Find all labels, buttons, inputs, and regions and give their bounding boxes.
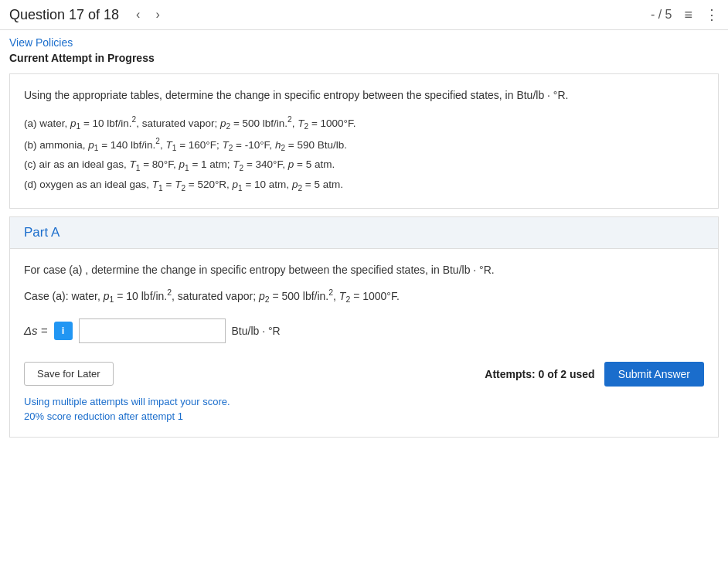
case-a-text: Case (a): water, p1 = 10 lbf/in.2, satur… [24,288,704,304]
delta-s-label: Δs = [24,324,48,337]
view-policies-link[interactable]: View Policies [9,36,73,49]
question-part-d: (d) oxygen as an ideal gas, T1 = T2 = 52… [24,175,704,196]
warning-line1: Using multiple attempts will impact your… [24,396,230,407]
score-display: - / 5 [651,8,672,22]
next-arrow[interactable]: › [151,6,164,23]
current-attempt-label: Current Attempt in Progress [9,52,155,64]
header-right: - / 5 ≡ ⋮ [651,6,719,23]
answer-row: Δs = i Btu/lb · °R [24,318,704,343]
footer-row: Save for Later Attempts: 0 of 2 used Sub… [24,362,704,387]
question-parts: (a) water, p1 = 10 lbf/in.2, saturated v… [24,113,704,196]
submit-answer-button[interactable]: Submit Answer [604,362,704,387]
warning-text: Using multiple attempts will impact your… [24,394,704,424]
sub-header: View Policies Current Attempt in Progres… [0,30,728,67]
question-part-b: (b) ammonia, p1 = 140 lbf/in.2, T1 = 160… [24,135,704,155]
part-a-header: Part A [9,216,719,248]
part-a-description: For case (a) , determine the change in s… [24,261,704,278]
info-button[interactable]: i [54,322,73,340]
question-title: Question 17 of 18 [9,7,119,23]
question-part-c: (c) air as an ideal gas, T1 = 80°F, p1 =… [24,155,704,175]
save-later-button[interactable]: Save for Later [24,362,114,386]
more-icon[interactable]: ⋮ [705,6,719,23]
right-footer: Attempts: 0 of 2 used Submit Answer [485,362,704,387]
question-part-a: (a) water, p1 = 10 lbf/in.2, saturated v… [24,113,704,134]
part-a-title: Part A [24,225,60,240]
answer-input[interactable] [79,318,226,343]
question-intro: Using the appropriate tables, determine … [24,87,704,104]
unit-label: Btu/lb · °R [232,325,281,337]
question-header: Question 17 of 18 ‹ › - / 5 ≡ ⋮ [0,0,728,30]
question-box: Using the appropriate tables, determine … [9,73,719,209]
attempts-text: Attempts: 0 of 2 used [485,368,594,380]
part-a-section: Part A For case (a) , determine the chan… [9,216,719,438]
warning-line2: 20% score reduction after attempt 1 [24,410,183,422]
prev-arrow[interactable]: ‹ [131,6,145,23]
part-a-body: For case (a) , determine the change in s… [9,248,719,438]
list-icon[interactable]: ≡ [684,7,692,23]
